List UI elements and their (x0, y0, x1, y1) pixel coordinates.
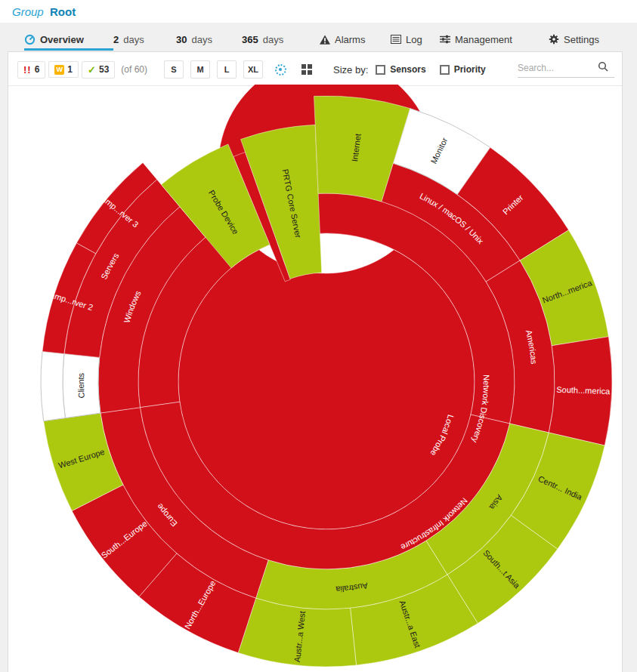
tab-overview-label: Overview (40, 34, 84, 45)
priority-checkbox-label: Priority (454, 64, 486, 75)
warning-count: 1 (67, 64, 73, 75)
size-button-m[interactable]: M (190, 60, 210, 79)
status-chip-up[interactable]: ✓ 53 (82, 61, 115, 79)
title-bar: Group Root (0, 0, 637, 23)
size-button-l[interactable]: L (217, 60, 237, 79)
tab-alarms[interactable]: Alarms (320, 30, 365, 48)
page-title: Root (50, 5, 76, 18)
tab-alarms-label: Alarms (335, 34, 365, 45)
warning-triangle-icon (320, 35, 330, 45)
sensors-checkbox-group[interactable]: Sensors (376, 64, 425, 75)
warning-status-icon: W (54, 65, 64, 75)
active-tab-underline (24, 48, 113, 51)
size-by-label: Size by: (333, 64, 368, 76)
gear-icon (549, 34, 559, 45)
priority-checkbox[interactable] (440, 65, 450, 75)
status-chip-down[interactable]: !! 6 (17, 61, 45, 79)
size-button-s[interactable]: S (164, 60, 184, 79)
sensors-checkbox[interactable] (376, 65, 385, 75)
size-button-xl[interactable]: XL (243, 60, 263, 79)
sensors-checkbox-label: Sensors (390, 64, 425, 75)
tab-management[interactable]: Management (440, 30, 512, 48)
tab-settings-label: Settings (564, 34, 599, 45)
down-count: 6 (35, 64, 40, 75)
tab-settings[interactable]: Settings (549, 30, 599, 48)
tab-365-days[interactable]: 365 days (242, 30, 283, 48)
down-status-icon: !! (23, 64, 32, 76)
tab-30-days[interactable]: 30 days (176, 30, 212, 48)
sunburst-view-icon (275, 64, 286, 76)
tab-overview[interactable]: Overview (24, 30, 84, 48)
total-count-label: (of 60) (121, 64, 147, 75)
up-count: 53 (99, 64, 109, 75)
sliders-icon (440, 35, 450, 44)
segment-label-south-america: South...merica (556, 385, 611, 396)
search-icon (598, 61, 608, 75)
status-chip-warning[interactable]: W 1 (48, 61, 79, 78)
tab-2-days[interactable]: 2 days (113, 30, 144, 48)
tab-log[interactable]: Log (391, 30, 422, 48)
tab-bar: Overview 2 days 30 days 365 days Alarms … (0, 23, 637, 51)
tab-management-label: Management (455, 34, 512, 45)
log-list-icon (391, 35, 401, 44)
page-title-type: Group (12, 5, 44, 18)
segment-label-clients: Clients (76, 372, 86, 399)
gauge-icon (24, 34, 36, 45)
search-box[interactable] (518, 61, 614, 78)
segment-client-device[interactable] (41, 351, 65, 421)
toolbar: !! 6 W 1 ✓ 53 (of 60) S M L XL Size by: … (17, 58, 614, 81)
tile-view-button[interactable] (296, 60, 317, 79)
priority-checkbox-group[interactable]: Priority (440, 64, 486, 75)
search-input[interactable] (518, 63, 598, 73)
tab-log-label: Log (406, 34, 422, 45)
sunburst-view-button[interactable] (270, 60, 291, 79)
up-status-icon: ✓ (88, 64, 96, 76)
sunburst-chart[interactable]: Local ProbeNetwork DiscoveryNetwork Infr… (0, 85, 637, 672)
tile-view-icon (301, 64, 312, 75)
